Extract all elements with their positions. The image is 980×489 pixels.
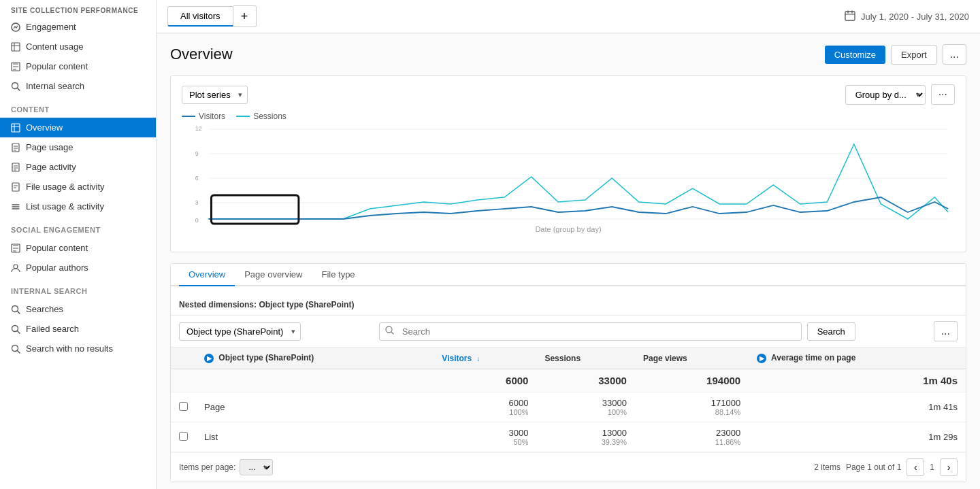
- svg-rect-13: [845, 12, 855, 20]
- table-tabs: Overview Page overview File type: [171, 264, 966, 286]
- list-row-type: List: [196, 422, 434, 452]
- all-visitors-tab[interactable]: All visitors: [167, 6, 233, 27]
- sidebar-item-overview[interactable]: Overview: [0, 118, 156, 137]
- svg-text:21/Jul: 21/Jul: [739, 224, 753, 226]
- legend-visitors: Visitors: [182, 112, 225, 121]
- customize-button[interactable]: Customize: [825, 46, 885, 64]
- page-row-page-views: 171000 88.14%: [635, 392, 749, 422]
- tab-file-type[interactable]: File type: [312, 264, 364, 286]
- total-avg-time: 1m 40s: [749, 369, 966, 392]
- page-row-checkbox[interactable]: [171, 392, 196, 422]
- sidebar-item-file-usage[interactable]: File usage & activity: [0, 177, 156, 197]
- list-row-visitors: 3000 50%: [434, 422, 536, 452]
- line-chart-svg: 12 9 6 3 0: [182, 124, 955, 226]
- tab-page-overview[interactable]: Page overview: [235, 264, 312, 286]
- legend-visitors-line: [182, 116, 195, 117]
- overview-icon: [11, 123, 20, 133]
- add-tab-button[interactable]: +: [233, 5, 257, 27]
- page-activity-icon: [11, 163, 20, 172]
- svg-text:10/Jul: 10/Jul: [444, 224, 458, 226]
- plot-series-select[interactable]: Plot series: [182, 86, 248, 104]
- topbar-tabs: All visitors +: [167, 5, 257, 27]
- group-by-select[interactable]: Group by d...: [845, 85, 926, 105]
- svg-text:4/Jul: 4/Jul: [284, 224, 295, 226]
- sidebar-item-internal-search[interactable]: Internal search: [0, 76, 156, 96]
- overview-actions: Customize Export ...: [825, 44, 966, 65]
- chart-more-button[interactable]: ···: [931, 84, 955, 105]
- chart-container: Plot series Group by d... ···: [170, 75, 966, 252]
- chart-legend: Visitors Sessions: [182, 112, 955, 121]
- nested-dim-prefix: Nested dimensions:: [179, 300, 257, 309]
- sidebar-item-engagement[interactable]: Engagement: [0, 17, 156, 37]
- svg-text:7/Jul: 7/Jul: [364, 224, 376, 226]
- table-toolbar: Object type (SharePoint) Search ...: [171, 316, 966, 348]
- sidebar-item-popular-content-top[interactable]: Popular content: [0, 56, 156, 76]
- chart-controls-left: Plot series: [182, 86, 248, 104]
- content-section-title: CONTENT: [0, 96, 156, 118]
- sidebar-item-page-usage[interactable]: Page usage: [0, 137, 156, 157]
- table-footer: Items per page: ... 2 items Page 1 out o…: [171, 452, 966, 482]
- table-toolbar-left: Object type (SharePoint): [179, 322, 301, 341]
- search-area: Search: [379, 322, 855, 341]
- popular-content-icon: [11, 243, 20, 253]
- prev-page-button[interactable]: ‹: [906, 458, 924, 476]
- sidebar-item-content-usage-label: Content usage: [26, 41, 84, 52]
- data-table: ▶ Object type (SharePoint) Visitors ↓ Se…: [171, 348, 966, 452]
- sidebar-item-popular-content[interactable]: Popular content: [0, 238, 156, 258]
- sidebar-item-popular-authors[interactable]: Popular authors: [0, 258, 156, 277]
- content-usage-icon: [11, 42, 20, 52]
- page-row-visitors: 6000 100%: [434, 392, 536, 422]
- object-type-filter[interactable]: Object type (SharePoint): [179, 322, 301, 341]
- overview-more-button[interactable]: ...: [943, 44, 966, 65]
- header-sessions[interactable]: Sessions: [536, 348, 635, 369]
- calendar-icon: [845, 10, 855, 23]
- list-row-avg-time: 1m 29s: [749, 422, 966, 452]
- content-area: Overview Customize Export ... Plot serie…: [157, 33, 980, 489]
- object-type-info-icon: ▶: [204, 354, 214, 363]
- table-more-button[interactable]: ...: [934, 321, 958, 341]
- list-checkbox[interactable]: [179, 432, 188, 441]
- sidebar: SITE COLLECTION PERFORMANCE Engagement C…: [0, 0, 157, 489]
- list-row-sessions: 13000 39.39%: [536, 422, 635, 452]
- main-content: All visitors + July 1, 2020 - July 31, 2…: [157, 0, 980, 489]
- x-axis-caption: Date (group by day): [182, 225, 955, 233]
- page-label: Page 1 out of 1: [846, 462, 901, 472]
- table-row: List 3000 50% 13000 39.39% 23000 11.86%: [171, 422, 966, 452]
- list-row-checkbox[interactable]: [171, 422, 196, 452]
- svg-text:12: 12: [195, 125, 202, 132]
- search-button[interactable]: Search: [807, 322, 855, 341]
- group-by-wrapper: Group by d...: [845, 85, 926, 105]
- sidebar-item-page-activity[interactable]: Page activity: [0, 157, 156, 177]
- export-button[interactable]: Export: [891, 45, 937, 65]
- total-page-views: 194000: [635, 369, 749, 392]
- chart-controls: Plot series Group by d... ···: [182, 84, 955, 105]
- sidebar-item-content-usage[interactable]: Content usage: [0, 37, 156, 56]
- sidebar-item-search-results[interactable]: Search with no results: [0, 339, 156, 358]
- sidebar-item-popular-content-label: Popular content: [26, 243, 88, 253]
- site-collection-title: SITE COLLECTION PERFORMANCE: [0, 0, 156, 17]
- date-range-display: July 1, 2020 - July 31, 2020: [845, 10, 969, 23]
- page-checkbox[interactable]: [179, 402, 188, 411]
- sidebar-item-list-usage[interactable]: List usage & activity: [0, 197, 156, 216]
- search-input[interactable]: [399, 323, 801, 340]
- items-per-page-select-wrapper: ...: [240, 459, 273, 475]
- items-count: 2 items: [814, 462, 840, 472]
- total-checkbox-cell: [171, 369, 196, 392]
- svg-rect-7: [12, 183, 19, 191]
- header-page-views[interactable]: Page views: [635, 348, 749, 369]
- svg-text:3/Jul: 3/Jul: [257, 224, 268, 226]
- tab-overview[interactable]: Overview: [179, 264, 235, 286]
- svg-text:0: 0: [195, 217, 199, 224]
- sidebar-item-overview-label: Overview: [26, 122, 63, 133]
- items-per-page-select[interactable]: ...: [240, 459, 273, 475]
- sidebar-item-failed-search[interactable]: Failed search: [0, 319, 156, 339]
- next-page-button[interactable]: ›: [940, 458, 958, 476]
- svg-text:1/Jul: 1/Jul: [203, 224, 214, 226]
- total-type-cell: [196, 369, 434, 392]
- sidebar-item-popular-authors-label: Popular authors: [26, 263, 88, 273]
- sort-arrow-visitors: ↓: [477, 355, 480, 362]
- sidebar-item-search-results-label: Search with no results: [26, 343, 113, 354]
- filter-select-wrapper: Object type (SharePoint): [179, 322, 301, 341]
- sidebar-item-searches[interactable]: Searches: [0, 299, 156, 319]
- header-visitors[interactable]: Visitors ↓: [434, 348, 536, 369]
